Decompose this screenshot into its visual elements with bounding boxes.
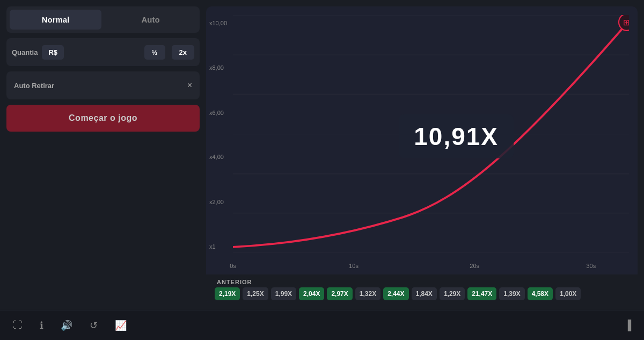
prev-item: 2,19X	[215, 287, 240, 300]
chart-svg: ⊞	[233, 15, 629, 253]
fullscreen-icon[interactable]: ⛶	[13, 320, 23, 331]
prev-item: 1,25X	[243, 287, 268, 300]
y-label-x6: x6,00	[209, 110, 224, 116]
tab-auto[interactable]: Auto	[105, 10, 196, 30]
svg-text:⊞: ⊞	[623, 17, 629, 26]
prev-item: 1,00X	[555, 287, 581, 300]
stats-icon[interactable]: 📈	[115, 320, 127, 331]
y-label-x1: x1	[209, 243, 216, 250]
x-label-20s: 20s	[470, 263, 479, 269]
prev-item: 1,32X	[355, 287, 380, 300]
quantia-half-button[interactable]: ½	[144, 45, 165, 60]
quantia-2x-button[interactable]: 2x	[172, 45, 194, 60]
x-label-0s: 0s	[230, 263, 236, 269]
tab-row: Normal Auto	[6, 6, 200, 33]
prev-item: 2,97X	[327, 287, 352, 300]
auto-retirar-label: Auto Retirar	[14, 82, 54, 90]
chart-icon[interactable]: ▐	[624, 320, 631, 331]
left-panel: Normal Auto Quantia R$ ½ 2x Auto Retirar…	[6, 6, 200, 303]
prev-item: 1,39X	[499, 287, 524, 300]
chart-container: x1 x2,00 x4,00 x6,00 x8,00 x10,00 0s 10s…	[206, 6, 638, 274]
right-panel: x1 x2,00 x4,00 x6,00 x8,00 x10,00 0s 10s…	[206, 6, 638, 303]
start-game-button[interactable]: Começar o jogo	[6, 105, 200, 132]
history-icon[interactable]: ↺	[90, 320, 98, 331]
y-label-x8: x8,00	[209, 64, 224, 71]
quantia-rs-button[interactable]: R$	[42, 45, 64, 60]
auto-retirar-row: Auto Retirar ×	[6, 71, 200, 99]
prev-item: 1,29X	[440, 287, 465, 300]
quantia-label: Quantia	[12, 48, 38, 56]
info-icon[interactable]: ℹ	[40, 320, 43, 331]
anterior-label: ANTERIOR	[215, 279, 629, 285]
y-label-x10: x10,00	[209, 20, 227, 26]
tab-normal[interactable]: Normal	[10, 10, 101, 30]
prev-item: 4,58X	[528, 287, 553, 300]
anterior-items: 2,19X1,25X1,99X2,04X2,97X1,32X2,44X1,84X…	[215, 287, 629, 300]
auto-retirar-close[interactable]: ×	[187, 81, 192, 90]
y-label-x2: x2,00	[209, 199, 224, 205]
prev-item: 1,84X	[412, 287, 437, 300]
x-label-10s: 10s	[349, 263, 358, 269]
prev-item: 1,99X	[271, 287, 296, 300]
x-label-30s: 30s	[586, 263, 596, 269]
prev-item: 21,47X	[467, 287, 496, 300]
prev-item: 2,44X	[383, 287, 408, 300]
quantia-row: Quantia R$ ½ 2x	[6, 38, 200, 66]
y-label-x4: x4,00	[209, 154, 224, 160]
footer: ⛶ ℹ 🔊 ↺ 📈 ▐	[0, 310, 644, 340]
anterior-section: ANTERIOR 2,19X1,25X1,99X2,04X2,97X1,32X2…	[215, 279, 629, 300]
prev-item: 2,04X	[299, 287, 324, 300]
sound-icon[interactable]: 🔊	[61, 320, 72, 331]
